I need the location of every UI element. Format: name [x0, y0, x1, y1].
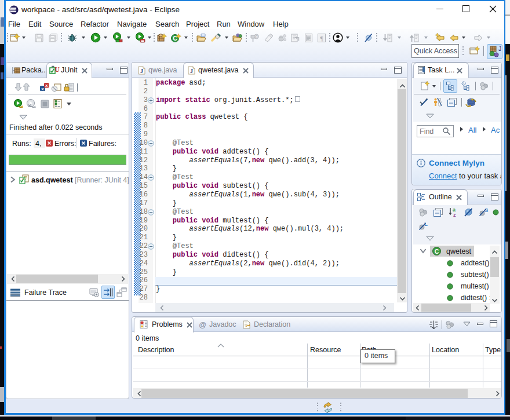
svg-text:J: J	[190, 68, 193, 74]
svg-text:z: z	[453, 212, 456, 218]
svg-text:x: x	[45, 83, 48, 88]
svg-text:t: t	[23, 177, 24, 181]
svg-text:J: J	[498, 46, 501, 52]
svg-text:¶: ¶	[320, 35, 323, 42]
svg-text:U: U	[54, 65, 60, 74]
svg-text:J: J	[140, 68, 143, 74]
svg-text:x: x	[41, 86, 44, 92]
svg-text:C: C	[435, 248, 439, 255]
svg-text:C: C	[255, 35, 258, 39]
